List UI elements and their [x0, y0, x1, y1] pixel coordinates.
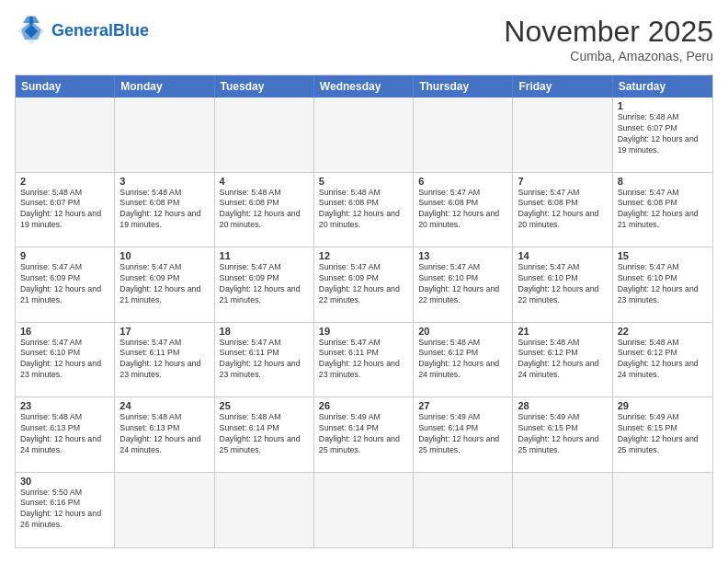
day-number: 21: [518, 326, 607, 337]
day-number: 12: [319, 250, 408, 261]
day-number: 26: [319, 400, 408, 411]
day-number: 22: [618, 326, 708, 337]
day-info: Sunrise: 5:47 AM Sunset: 6:09 PM Dayligh…: [319, 262, 408, 306]
calendar-header: SundayMondayTuesdayWednesdayThursdayFrid…: [16, 75, 712, 98]
calendar-cell: [115, 473, 214, 548]
day-info: Sunrise: 5:47 AM Sunset: 6:11 PM Dayligh…: [319, 338, 408, 382]
calendar-header-cell: Saturday: [613, 75, 712, 98]
day-info: Sunrise: 5:47 AM Sunset: 6:09 PM Dayligh…: [119, 262, 209, 306]
calendar-cell: 10Sunrise: 5:47 AM Sunset: 6:09 PM Dayli…: [115, 247, 214, 322]
day-info: Sunrise: 5:49 AM Sunset: 6:15 PM Dayligh…: [618, 412, 708, 456]
day-number: 29: [618, 400, 708, 411]
calendar-cell: [115, 98, 214, 172]
calendar-cell: [215, 98, 314, 172]
day-number: 6: [418, 176, 507, 187]
day-number: 8: [618, 176, 708, 187]
calendar-cell: 28Sunrise: 5:49 AM Sunset: 6:15 PM Dayli…: [513, 397, 612, 472]
logo-icon: [15, 15, 48, 48]
day-info: Sunrise: 5:49 AM Sunset: 6:14 PM Dayligh…: [418, 412, 507, 456]
calendar-cell: 3Sunrise: 5:48 AM Sunset: 6:08 PM Daylig…: [115, 173, 214, 247]
calendar-row: 23Sunrise: 5:48 AM Sunset: 6:13 PM Dayli…: [16, 397, 712, 473]
day-info: Sunrise: 5:47 AM Sunset: 6:08 PM Dayligh…: [618, 188, 708, 232]
calendar-row: 30Sunrise: 5:50 AM Sunset: 6:16 PM Dayli…: [16, 473, 712, 548]
calendar-cell: 11Sunrise: 5:47 AM Sunset: 6:09 PM Dayli…: [215, 247, 314, 322]
calendar-cell: 5Sunrise: 5:48 AM Sunset: 6:08 PM Daylig…: [314, 173, 414, 247]
calendar-cell: 14Sunrise: 5:47 AM Sunset: 6:10 PM Dayli…: [513, 247, 612, 322]
day-info: Sunrise: 5:49 AM Sunset: 6:15 PM Dayligh…: [518, 412, 607, 456]
calendar: SundayMondayTuesdayWednesdayThursdayFrid…: [15, 75, 713, 548]
day-info: Sunrise: 5:48 AM Sunset: 6:14 PM Dayligh…: [220, 412, 309, 456]
calendar-cell: 4Sunrise: 5:48 AM Sunset: 6:08 PM Daylig…: [215, 173, 314, 247]
day-number: 2: [20, 176, 109, 187]
calendar-cell: [513, 98, 612, 172]
day-info: Sunrise: 5:48 AM Sunset: 6:07 PM Dayligh…: [20, 188, 109, 232]
day-number: 23: [20, 400, 109, 411]
day-info: Sunrise: 5:47 AM Sunset: 6:09 PM Dayligh…: [220, 262, 309, 306]
calendar-cell: 2Sunrise: 5:48 AM Sunset: 6:07 PM Daylig…: [16, 173, 115, 247]
day-info: Sunrise: 5:47 AM Sunset: 6:11 PM Dayligh…: [119, 338, 209, 382]
calendar-cell: [215, 473, 314, 548]
day-number: 20: [418, 326, 507, 337]
day-number: 4: [220, 176, 309, 187]
calendar-cell: [314, 473, 414, 548]
day-number: 13: [418, 250, 507, 261]
day-info: Sunrise: 5:48 AM Sunset: 6:13 PM Dayligh…: [119, 412, 209, 456]
day-number: 19: [319, 326, 408, 337]
day-number: 3: [119, 176, 209, 187]
day-info: Sunrise: 5:47 AM Sunset: 6:10 PM Dayligh…: [618, 262, 708, 306]
day-number: 30: [20, 476, 109, 487]
calendar-cell: 6Sunrise: 5:47 AM Sunset: 6:08 PM Daylig…: [414, 173, 513, 247]
day-number: 27: [418, 400, 507, 411]
day-info: Sunrise: 5:50 AM Sunset: 6:16 PM Dayligh…: [20, 488, 109, 532]
calendar-cell: 17Sunrise: 5:47 AM Sunset: 6:11 PM Dayli…: [115, 323, 214, 397]
location: Cumba, Amazonas, Peru: [504, 49, 713, 63]
day-number: 7: [518, 176, 607, 187]
calendar-header-cell: Sunday: [16, 75, 115, 98]
day-info: Sunrise: 5:49 AM Sunset: 6:14 PM Dayligh…: [319, 412, 408, 456]
calendar-cell: 13Sunrise: 5:47 AM Sunset: 6:10 PM Dayli…: [414, 247, 513, 322]
day-number: 5: [319, 176, 408, 187]
calendar-cell: 23Sunrise: 5:48 AM Sunset: 6:13 PM Dayli…: [16, 397, 115, 472]
calendar-row: 9Sunrise: 5:47 AM Sunset: 6:09 PM Daylig…: [16, 247, 712, 323]
calendar-row: 16Sunrise: 5:47 AM Sunset: 6:10 PM Dayli…: [16, 323, 712, 398]
calendar-cell: 9Sunrise: 5:47 AM Sunset: 6:09 PM Daylig…: [16, 247, 115, 322]
title-area: November 2025 Cumba, Amazonas, Peru: [504, 15, 713, 63]
calendar-cell: 22Sunrise: 5:48 AM Sunset: 6:12 PM Dayli…: [613, 323, 712, 397]
day-number: 1: [618, 100, 708, 111]
calendar-header-cell: Friday: [513, 75, 612, 98]
day-info: Sunrise: 5:47 AM Sunset: 6:09 PM Dayligh…: [20, 262, 109, 306]
page-header: GeneralBlue November 2025 Cumba, Amazona…: [15, 15, 713, 63]
calendar-header-cell: Monday: [115, 75, 214, 98]
day-number: 11: [220, 250, 309, 261]
svg-marker-4: [23, 17, 40, 23]
day-number: 28: [518, 400, 607, 411]
calendar-cell: 7Sunrise: 5:47 AM Sunset: 6:08 PM Daylig…: [513, 173, 612, 247]
day-info: Sunrise: 5:48 AM Sunset: 6:08 PM Dayligh…: [119, 188, 209, 232]
day-info: Sunrise: 5:48 AM Sunset: 6:08 PM Dayligh…: [220, 188, 309, 232]
day-info: Sunrise: 5:48 AM Sunset: 6:12 PM Dayligh…: [618, 338, 708, 382]
day-number: 9: [20, 250, 109, 261]
calendar-cell: 15Sunrise: 5:47 AM Sunset: 6:10 PM Dayli…: [613, 247, 712, 322]
day-info: Sunrise: 5:48 AM Sunset: 6:13 PM Dayligh…: [20, 412, 109, 456]
calendar-cell: 24Sunrise: 5:48 AM Sunset: 6:13 PM Dayli…: [115, 397, 214, 472]
calendar-cell: 16Sunrise: 5:47 AM Sunset: 6:10 PM Dayli…: [16, 323, 115, 397]
calendar-cell: [513, 473, 612, 548]
day-info: Sunrise: 5:48 AM Sunset: 6:12 PM Dayligh…: [418, 338, 507, 382]
calendar-body: 1Sunrise: 5:48 AM Sunset: 6:07 PM Daylig…: [16, 98, 712, 547]
day-info: Sunrise: 5:47 AM Sunset: 6:11 PM Dayligh…: [220, 338, 309, 382]
day-info: Sunrise: 5:47 AM Sunset: 6:10 PM Dayligh…: [20, 338, 109, 382]
calendar-cell: 27Sunrise: 5:49 AM Sunset: 6:14 PM Dayli…: [414, 397, 513, 472]
day-info: Sunrise: 5:47 AM Sunset: 6:10 PM Dayligh…: [418, 262, 507, 306]
calendar-row: 1Sunrise: 5:48 AM Sunset: 6:07 PM Daylig…: [16, 98, 712, 173]
calendar-cell: 30Sunrise: 5:50 AM Sunset: 6:16 PM Dayli…: [16, 473, 115, 548]
calendar-header-cell: Thursday: [414, 75, 513, 98]
calendar-cell: [414, 473, 513, 548]
calendar-cell: [414, 98, 513, 172]
day-number: 17: [119, 326, 209, 337]
calendar-cell: 25Sunrise: 5:48 AM Sunset: 6:14 PM Dayli…: [215, 397, 314, 472]
calendar-cell: 8Sunrise: 5:47 AM Sunset: 6:08 PM Daylig…: [613, 173, 712, 247]
day-info: Sunrise: 5:48 AM Sunset: 6:12 PM Dayligh…: [518, 338, 607, 382]
day-number: 15: [618, 250, 708, 261]
day-info: Sunrise: 5:48 AM Sunset: 6:07 PM Dayligh…: [618, 112, 708, 156]
calendar-cell: [16, 98, 115, 172]
